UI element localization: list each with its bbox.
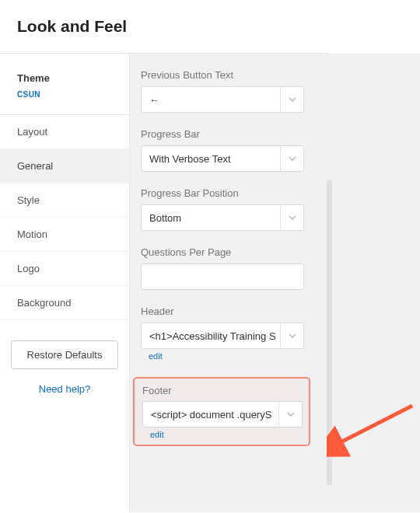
field-label: Header [141, 305, 411, 317]
theme-block[interactable]: Theme CSUN [0, 54, 129, 115]
theme-value: CSUN [17, 90, 129, 99]
restore-defaults-button[interactable]: Restore Defaults [11, 340, 118, 369]
field-label: Previous Button Text [141, 69, 411, 81]
sidebar-item-label: Layout [17, 126, 47, 138]
chevron-down-icon [280, 146, 303, 171]
field-progress-bar-position: Progress Bar Position Bottom [141, 187, 411, 231]
need-help-link[interactable]: Need help? [11, 383, 118, 395]
header-edit-link[interactable]: edit [149, 351, 163, 361]
sidebar-item-label: Background [17, 297, 71, 309]
scrollbar[interactable] [327, 180, 332, 485]
field-header: Header <h1>Accessibility Training S edit [141, 305, 411, 361]
field-prev-button-text: Previous Button Text ← [141, 69, 411, 113]
select-value: ← [142, 87, 280, 112]
chevron-down-icon [278, 402, 302, 427]
footer-highlight-box: Footer <script> document .queryS edit [133, 377, 310, 446]
sidebar-bottom: Restore Defaults Need help? [0, 320, 129, 395]
field-label: Progress Bar Position [141, 187, 411, 199]
sidebar-item-label: Motion [17, 229, 47, 240]
sidebar-item-style[interactable]: Style [0, 183, 129, 218]
sidebar-item-background[interactable]: Background [0, 286, 129, 320]
progress-bar-select[interactable]: With Verbose Text [141, 145, 304, 172]
select-value: <script> document .queryS [143, 402, 278, 427]
sidebar: Theme CSUN Layout General Style Motion L… [0, 54, 129, 512]
field-label: Footer [142, 385, 301, 396]
sidebar-item-label: Style [17, 194, 40, 206]
select-value: Bottom [142, 205, 280, 230]
chevron-down-icon [280, 87, 303, 112]
sidebar-item-logo[interactable]: Logo [0, 252, 129, 286]
progress-bar-position-select[interactable]: Bottom [141, 204, 304, 231]
sidebar-item-general[interactable]: General [0, 149, 129, 183]
sidebar-item-layout[interactable]: Layout [0, 115, 129, 149]
sidebar-item-label: Logo [17, 263, 40, 274]
questions-per-page-input[interactable] [141, 263, 304, 290]
chevron-down-icon [280, 205, 303, 230]
field-label: Progress Bar [141, 128, 411, 140]
content-wrapper: Theme CSUN Layout General Style Motion L… [0, 53, 420, 512]
chevron-down-icon [280, 323, 303, 348]
sidebar-item-motion[interactable]: Motion [0, 218, 129, 252]
header-select[interactable]: <h1>Accessibility Training S [141, 323, 304, 349]
prev-button-select[interactable]: ← [141, 86, 304, 113]
theme-label: Theme [17, 72, 129, 84]
field-label: Questions Per Page [141, 246, 411, 258]
footer-edit-link[interactable]: edit [150, 430, 164, 439]
sidebar-nav: Layout General Style Motion Logo Backgro… [0, 115, 129, 320]
field-progress-bar: Progress Bar With Verbose Text [141, 128, 411, 172]
footer-select[interactable]: <script> document .queryS [142, 401, 303, 428]
select-value: <h1>Accessibility Training S [142, 323, 280, 348]
sidebar-item-label: General [17, 160, 53, 172]
field-questions-per-page: Questions Per Page [141, 246, 411, 290]
select-value: With Verbose Text [142, 146, 280, 171]
settings-panel: Previous Button Text ← Progress Bar With… [129, 54, 420, 512]
